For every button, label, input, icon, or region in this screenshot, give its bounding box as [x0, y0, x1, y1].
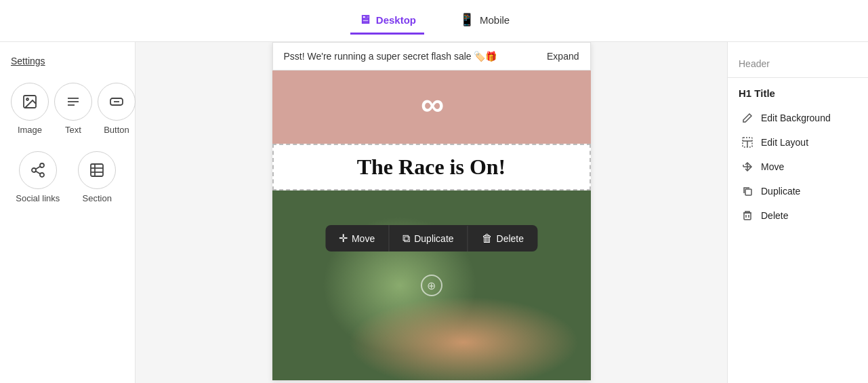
delete-right-label: Delete	[761, 210, 788, 221]
tool-section[interactable]: Section	[70, 151, 125, 203]
desktop-icon: 🖥	[358, 13, 371, 27]
delete-label: Delete	[497, 233, 524, 244]
svg-rect-13	[91, 164, 103, 176]
tool-button[interactable]: Button	[98, 83, 136, 135]
right-sidebar: Header H1 Title Edit Background Edit Lay…	[727, 42, 868, 383]
tool-image[interactable]: Image	[11, 83, 49, 135]
svg-point-9	[32, 168, 36, 172]
tool-text-label: Text	[65, 125, 81, 135]
svg-point-1	[26, 98, 28, 100]
tool-button-label: Button	[104, 125, 129, 135]
image-section[interactable]: ⊕	[272, 190, 591, 380]
edit-layout-label: Edit Layout	[761, 137, 808, 148]
title-section[interactable]: The Race is On!	[272, 144, 591, 190]
duplicate-label: Duplicate	[414, 233, 453, 244]
move-right-label: Move	[761, 161, 784, 172]
edit-background-icon	[741, 113, 754, 123]
delete-button[interactable]: 🗑 Delete	[468, 226, 537, 251]
text-icon	[54, 83, 92, 121]
duplicate-icon: ⧉	[402, 233, 410, 245]
edit-background-label: Edit Background	[761, 113, 831, 123]
divider-1	[728, 77, 868, 78]
section-icon	[78, 151, 116, 189]
button-icon	[98, 83, 136, 121]
edit-background-item[interactable]: Edit Background	[728, 106, 868, 130]
duplicate-item[interactable]: Duplicate	[728, 179, 868, 203]
tools-grid: Image Text	[11, 83, 124, 135]
flash-sale-message: Psst! We're running a super secret flash…	[284, 51, 497, 62]
tools-grid-2: Social links Section	[11, 151, 124, 203]
delete-item[interactable]: Delete	[728, 203, 868, 228]
tool-image-label: Image	[18, 125, 42, 135]
move-right-icon	[741, 161, 754, 172]
top-bar: 🖥 Desktop 📱 Mobile	[0, 0, 868, 42]
tool-social-links-label: Social links	[16, 193, 60, 203]
move-icon: ✛	[339, 232, 348, 245]
flash-sale-text: Psst! We're running a super secret flash…	[284, 51, 497, 62]
email-title: The Race is On!	[357, 155, 506, 179]
svg-point-8	[40, 163, 44, 167]
expand-button[interactable]: Expand	[547, 51, 579, 62]
section-title: H1 Title	[728, 81, 868, 106]
image-icon	[11, 83, 49, 121]
mobile-icon: 📱	[459, 12, 474, 27]
floating-toolbar: ✛ Move ⧉ Duplicate 🗑 Delete	[325, 225, 537, 251]
delete-right-icon	[741, 210, 754, 221]
tool-section-label: Section	[83, 193, 112, 203]
svg-line-11	[35, 172, 40, 174]
move-item[interactable]: Move	[728, 155, 868, 179]
left-sidebar: Settings Image	[0, 42, 136, 383]
social-links-icon	[19, 151, 57, 189]
settings-link[interactable]: Settings	[11, 56, 124, 66]
svg-line-12	[35, 167, 40, 169]
canvas-area: Psst! We're running a super secret flash…	[136, 42, 727, 383]
svg-point-10	[40, 173, 44, 177]
tool-text[interactable]: Text	[54, 83, 92, 135]
duplicate-right-icon	[741, 186, 754, 197]
duplicate-button[interactable]: ⧉ Duplicate	[389, 226, 468, 251]
right-section-header-label: Header	[728, 53, 868, 75]
zoom-icon: ⊕	[421, 275, 442, 296]
fashion-image: ⊕	[272, 190, 591, 380]
tool-social-links[interactable]: Social links	[11, 151, 65, 203]
logo: ∞	[405, 87, 459, 127]
tab-desktop[interactable]: 🖥 Desktop	[350, 7, 424, 35]
duplicate-right-label: Duplicate	[761, 186, 800, 197]
svg-rect-24	[744, 213, 751, 220]
flash-sale-bar: Psst! We're running a super secret flash…	[272, 42, 591, 70]
edit-layout-icon	[741, 137, 754, 148]
move-button[interactable]: ✛ Move	[325, 225, 389, 251]
edit-layout-item[interactable]: Edit Layout	[728, 130, 868, 155]
tab-desktop-label: Desktop	[376, 14, 416, 26]
svg-rect-23	[745, 189, 751, 195]
move-label: Move	[352, 233, 375, 244]
delete-icon: 🗑	[482, 233, 493, 245]
svg-text:∞: ∞	[420, 87, 442, 121]
main-layout: Settings Image	[0, 42, 868, 383]
email-header-section: ∞	[272, 70, 591, 144]
tab-mobile[interactable]: 📱 Mobile	[451, 7, 518, 35]
email-preview: Psst! We're running a super secret flash…	[272, 42, 591, 380]
tab-mobile-label: Mobile	[480, 14, 510, 26]
